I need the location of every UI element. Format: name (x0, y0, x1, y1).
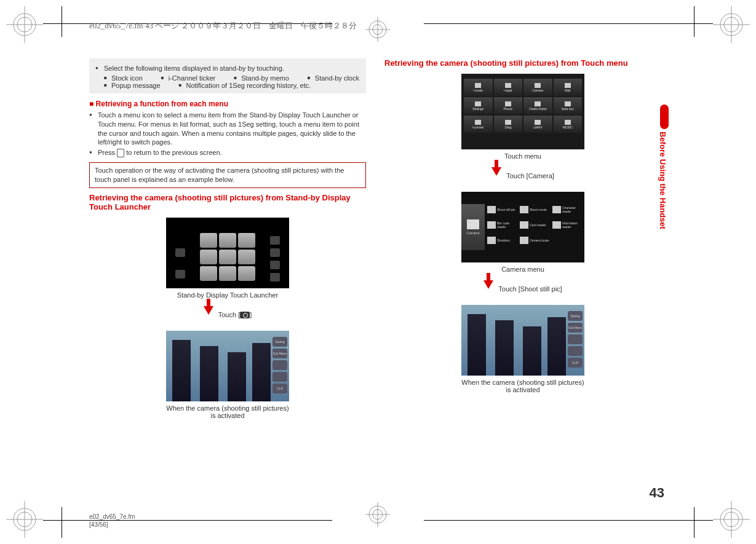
touch-menu-item: Data box (554, 97, 583, 114)
camera-menu-item: Card reader (520, 218, 551, 232)
regmark-tl (6, 6, 43, 43)
touch-menu-item: Osaifu-Keitai (523, 97, 552, 114)
cam-btn (568, 334, 583, 344)
touch-menu-item: Phone (494, 97, 523, 114)
clr-key-icon (117, 149, 124, 157)
touch-menu-item: Settings (464, 97, 493, 114)
figure-caption: Stand-by Display Touch Launcher (89, 291, 366, 299)
standby-launcher-figure (166, 218, 289, 288)
arrow-label: Touch [Camera] (506, 172, 554, 179)
camera-active-figure: Setting Sub Menu CLR (166, 331, 289, 401)
figure-caption: When the camera (shooting still pictures… (461, 379, 584, 393)
touch-menu-item: LifeKit (523, 116, 552, 133)
subsection-heading: Retrieving the camera (shooting still pi… (89, 193, 366, 211)
regmark-bl (6, 501, 43, 538)
camera-menu-item: Camera loupe (520, 234, 551, 247)
page-number: 43 (650, 485, 664, 501)
camera-menu-item: Shotdeco (487, 234, 518, 247)
touch-menu-item: Camera (523, 79, 552, 96)
note-box: Touch operation or the way of activating… (89, 162, 366, 188)
cam-btn (273, 360, 287, 370)
camera-menu-item: Shoot still pic (487, 203, 518, 216)
camera-menu-item: Shoot movie (520, 203, 551, 216)
standby-intro: Select the following items displayed in … (95, 64, 360, 73)
standby-item: Stock icon (104, 74, 143, 82)
cam-btn: CLR (273, 384, 287, 393)
cropbar (694, 507, 694, 538)
figure-caption: Camera menu (384, 266, 661, 273)
body-bullet: Touch a menu icon to select a menu item … (89, 111, 366, 147)
standby-items-box: Select the following items displayed in … (89, 58, 366, 93)
cam-btn: CLR (568, 358, 583, 368)
regmark-br (713, 501, 750, 538)
cam-btn: Sub Menu (568, 323, 583, 333)
regmark-tc (359, 6, 396, 43)
figure-caption: Touch menu (384, 152, 661, 160)
subsection-heading: Retrieving the camera (shooting still pi… (384, 58, 661, 68)
camera-icon (240, 312, 250, 318)
arrow-label: Touch [Shoot still pic] (498, 285, 562, 293)
standby-item: Stand-by memo (234, 74, 289, 82)
cam-btn (273, 372, 287, 382)
figure-caption: When the camera (shooting still pictures… (166, 404, 289, 419)
body-bullet: Press to return to the previous screen. (89, 148, 366, 157)
arrow-down-icon (491, 167, 501, 176)
camera-active-figure: Setting Sub Menu CLR (461, 305, 584, 376)
arrow-down-icon (204, 306, 213, 315)
standby-item: Popup message (104, 82, 161, 89)
cropbar (62, 507, 62, 538)
touch-menu-item: i-concier (464, 116, 493, 133)
regmark-tr (713, 6, 750, 43)
arrow-label: Touch [] (218, 311, 252, 319)
side-tab: Before Using the Handset (658, 104, 670, 240)
cropbar (62, 6, 62, 37)
touch-menu-item: i-appli (494, 79, 523, 96)
standby-item: Stand-by clock (308, 74, 359, 82)
standby-item: Notification of 1Seg recording history, … (179, 82, 311, 89)
cam-btn: Setting (568, 311, 583, 321)
cropbar (43, 520, 332, 521)
arrow-down-icon (483, 280, 493, 289)
cropbar (694, 6, 694, 37)
camera-menu-item: Information reader (552, 218, 583, 232)
camera-menu-figure: Camera Shoot still picShoot movieCharact… (461, 192, 584, 262)
touch-menu-item: i-mode (464, 79, 493, 96)
cropbar (424, 520, 713, 521)
footer-path: e02_dv65_7e.fm [43/56] (89, 513, 135, 529)
touch-menu-figure: i-modei-appliCameraMailSettingsPhoneOsai… (461, 74, 584, 149)
cam-btn: Sub Menu (273, 349, 287, 358)
touch-menu-item: MUSIC (554, 116, 583, 133)
touch-menu-item: 1Seg (494, 116, 523, 133)
camera-menu-item: Character reader (552, 203, 583, 216)
regmark-bc (359, 501, 396, 538)
section-heading: ■ Retrieving a function from each menu (89, 100, 366, 108)
cropbar (424, 23, 713, 24)
header-path: e02_dv65_7e.fm 43 ページ ２００９年３月２０日 金曜日 午後５… (89, 20, 357, 31)
cam-btn: Setting (273, 337, 287, 347)
standby-item: i-Channel ticker (161, 74, 215, 82)
camera-menu-item: Bar code reader (487, 218, 518, 232)
touch-menu-item: Mail (554, 79, 583, 96)
cam-btn (568, 346, 583, 356)
